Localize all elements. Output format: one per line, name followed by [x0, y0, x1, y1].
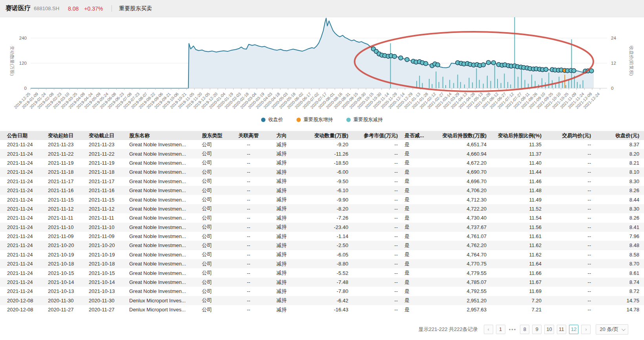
table-cell: 是 [398, 195, 436, 204]
table-cell: 是 [398, 177, 436, 186]
table-cell: -6.00 [299, 167, 348, 176]
table-cell: 4,690.70 [436, 167, 487, 176]
table-cell: 减持 [264, 287, 299, 296]
page-button-12[interactable]: 12 [569, 325, 578, 334]
decrease-marker [572, 69, 576, 73]
table-cell: -- [348, 213, 398, 222]
table-cell: 减持 [264, 259, 299, 268]
table-cell: -- [542, 204, 591, 213]
table-cell: 11.61 [487, 232, 542, 241]
column-header: 变动后持股比例(%) [487, 131, 542, 140]
table-cell: 是 [398, 250, 436, 259]
page-button-10[interactable]: 10 [544, 325, 554, 334]
legend-item[interactable]: 重要股东增持 [296, 116, 333, 123]
page-button-1[interactable]: 1 [496, 325, 505, 334]
table-cell: 2021-11-24 [0, 158, 46, 167]
table-cell: 2021-11-24 [0, 250, 46, 259]
page-size-select[interactable]: 20 条/页 [596, 324, 628, 335]
table-cell: 2021-11-17 [87, 177, 128, 186]
table-cell: -8.80 [299, 259, 348, 268]
table-cell: 2021-11-12 [46, 204, 87, 213]
svg-text:收盘价(前复权): 收盘价(前复权) [629, 46, 634, 76]
table-cell: -- [542, 186, 591, 195]
pagination-bar: 显示221-222 共222条记录 ‹1•••89101112› 20 条/页 [0, 323, 644, 336]
table-cell: 公司 [200, 259, 233, 268]
table-cell: -9.90 [299, 195, 348, 204]
table-cell: -- [348, 195, 398, 204]
page-button-9[interactable]: 9 [532, 325, 542, 334]
table-cell: -8.20 [299, 204, 348, 213]
table-cell: 是 [398, 213, 436, 222]
table-cell: 2021-11-24 [0, 241, 46, 250]
legend-dot-icon [346, 118, 351, 122]
legend-item[interactable]: 重要股东减持 [346, 116, 383, 123]
table-cell: 减持 [264, 167, 299, 176]
table-cell: 4,779.55 [436, 268, 487, 277]
chart-legend: 收盘价重要股东增持重要股东减持 [0, 116, 644, 123]
tab-important-shareholder-trades[interactable]: 重要股东买卖 [119, 5, 152, 12]
table-cell: 2021-10-20 [46, 241, 87, 250]
table-cell: 减持 [264, 186, 299, 195]
table-cell: -16.43 [299, 305, 348, 314]
table-cell: 公司 [200, 149, 233, 158]
table-cell: 2021-10-18 [46, 259, 87, 268]
table-cell: 公司 [200, 305, 233, 314]
table-cell: -- [233, 259, 264, 268]
table-cell: 公司 [200, 195, 233, 204]
table-cell: 2021-10-14 [87, 278, 128, 287]
table-cell: -- [348, 158, 398, 167]
prev-page-button[interactable]: ‹ [484, 325, 493, 334]
table-cell: 8.37 [591, 140, 644, 149]
table-cell: -- [348, 250, 398, 259]
table-cell: -- [542, 241, 591, 250]
table-cell: -- [348, 149, 398, 158]
table-cell: 减持 [264, 296, 299, 305]
table-cell: -- [348, 177, 398, 186]
table-cell: -- [542, 140, 591, 149]
table-cell: 是 [398, 223, 436, 232]
table-cell: 是 [398, 296, 436, 305]
table-cell: 2021-11-19 [46, 158, 87, 167]
table-cell: 减持 [264, 204, 299, 213]
table-cell: 4,706.20 [436, 186, 487, 195]
legend-item[interactable]: 收盘价 [261, 116, 283, 123]
table-cell: 减持 [264, 149, 299, 158]
table-cell: -- [348, 140, 398, 149]
table-cell: Great Noble Investmen... [128, 268, 200, 277]
table-cell: 2021-11-09 [46, 232, 87, 241]
table-cell: 减持 [264, 241, 299, 250]
column-header: 关联高管 [233, 131, 264, 140]
legend-dot-icon [296, 118, 301, 122]
column-header: 交易均价(元) [542, 131, 591, 140]
next-page-button[interactable]: › [581, 325, 591, 334]
page-button-11[interactable]: 11 [557, 325, 566, 334]
page-button-8[interactable]: 8 [520, 325, 529, 334]
decrease-marker [435, 63, 440, 67]
table-cell: 4,651.74 [436, 140, 487, 149]
table-cell: 公司 [200, 241, 233, 250]
table-cell: 8.70 [591, 259, 644, 268]
table-cell: 是 [398, 167, 436, 176]
table-cell: 减持 [264, 250, 299, 259]
table-cell: 是 [398, 278, 436, 287]
table-cell: 14.78 [591, 305, 644, 314]
page-size-value: 20 条/页 [600, 326, 618, 333]
column-header: 股东类型 [200, 131, 233, 140]
decrease-marker [544, 67, 548, 72]
table-cell: 11.40 [487, 158, 542, 167]
table-cell: 减持 [264, 177, 299, 186]
table-header-row: 公告日期变动起始日变动截止日股东名称股东类型关联高管方向变动数量(万股)参考市值… [0, 131, 644, 140]
table-cell: Great Noble Investmen... [128, 278, 200, 287]
table-cell: 4,761.07 [436, 232, 487, 241]
table-cell: -6.05 [299, 250, 348, 259]
table-cell: 7.96 [591, 232, 644, 241]
table-cell: 2021-11-24 [0, 268, 46, 277]
chevron-down-icon [622, 327, 626, 331]
table-cell: -- [542, 223, 591, 232]
table-cell: 4,764.70 [436, 250, 487, 259]
table-cell: 减持 [264, 213, 299, 222]
table-row: 2021-11-242021-11-152021-11-15Great Nobl… [0, 195, 644, 204]
table-cell: 4,737.67 [436, 223, 487, 232]
column-header: 方向 [264, 131, 299, 140]
price-area [31, 18, 594, 88]
